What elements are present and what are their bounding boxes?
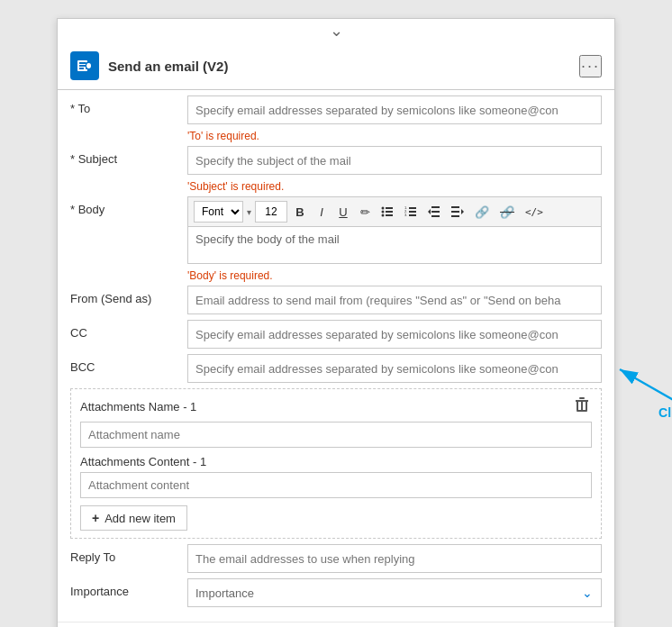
from-label: From (Send as) [70, 286, 187, 305]
attachment-name-input[interactable] [80, 422, 592, 448]
hide-advanced-row[interactable]: Hide advanced options ∧ [58, 622, 614, 627]
add-new-button[interactable]: + Add new item [80, 505, 187, 531]
card-title: Send an email (V2) [108, 59, 228, 74]
card-header: Send an email (V2) ··· [58, 42, 614, 90]
to-label: * To [70, 95, 187, 115]
from-row: From (Send as) [70, 286, 602, 314]
form-body: * To 'To' is required. * Subject 'Subjec… [58, 90, 614, 622]
body-editor: Font ▾ B I U ✏ 1.2.3. [187, 196, 602, 264]
indent-more-button[interactable] [448, 201, 468, 223]
body-error: 'Body' is required. [187, 269, 602, 282]
svg-rect-21 [431, 215, 440, 217]
svg-line-34 [620, 369, 672, 405]
font-select[interactable]: Font [194, 201, 243, 223]
svg-point-7 [382, 207, 385, 210]
svg-rect-32 [577, 410, 587, 412]
underline-button[interactable]: U [334, 201, 352, 223]
svg-rect-20 [431, 211, 440, 213]
svg-rect-4 [79, 68, 84, 69]
svg-rect-31 [581, 401, 583, 411]
body-content[interactable]: Specify the body of the mail [188, 227, 601, 263]
svg-marker-22 [428, 209, 431, 214]
attachment-content-input[interactable] [80, 472, 592, 498]
reply-to-row: Reply To [70, 544, 602, 573]
more-options-button[interactable]: ··· [579, 55, 602, 77]
code-button[interactable]: </> [522, 201, 547, 223]
body-toolbar: Font ▾ B I U ✏ 1.2.3. [188, 197, 601, 227]
svg-rect-10 [386, 211, 393, 213]
header-left: Send an email (V2) [70, 51, 228, 80]
attachments-section: Attachments Name - 1 Atta [70, 388, 602, 539]
bullet-list-button[interactable] [377, 201, 397, 223]
connector-arrow-top: ⌄ [58, 19, 614, 42]
to-error: 'To' is required. [187, 130, 602, 142]
subject-error: 'Subject' is required. [187, 180, 602, 193]
attachment-name-label: Attachments Name - 1 [80, 400, 196, 413]
importance-label: Importance [70, 578, 187, 598]
attachment-header: Attachments Name - 1 [80, 396, 592, 416]
unlink-button[interactable]: 🔗 [496, 201, 518, 223]
svg-rect-28 [579, 397, 585, 399]
reply-to-label: Reply To [70, 544, 187, 564]
svg-rect-24 [451, 211, 459, 213]
outlook-icon [70, 51, 99, 80]
svg-rect-12 [386, 214, 393, 216]
svg-rect-25 [451, 215, 459, 217]
attachment-content-label: Attachments Content - 1 [80, 455, 592, 468]
cc-label: CC [70, 320, 187, 340]
svg-point-6 [86, 63, 91, 68]
subject-input[interactable] [187, 146, 602, 175]
cc-input[interactable] [187, 320, 602, 349]
svg-marker-26 [461, 209, 464, 214]
bcc-label: BCC [70, 354, 187, 374]
from-input[interactable] [187, 286, 602, 314]
cc-row: CC [70, 320, 602, 349]
importance-wrapper: Importance Low Normal High ⌄ [187, 578, 602, 607]
svg-rect-14 [409, 207, 416, 209]
importance-select[interactable]: Importance Low Normal High [187, 578, 602, 607]
svg-rect-29 [577, 401, 578, 411]
bcc-input[interactable] [187, 354, 602, 383]
add-icon: + [92, 511, 99, 525]
bold-button[interactable]: B [291, 201, 309, 223]
svg-rect-16 [409, 211, 416, 213]
highlight-button[interactable]: ✏ [356, 201, 374, 223]
italic-button[interactable]: I [313, 201, 331, 223]
svg-point-9 [382, 211, 385, 214]
numbered-list-button[interactable]: 1.2.3. [401, 201, 421, 223]
bcc-row: BCC [70, 354, 602, 383]
svg-point-11 [382, 214, 385, 217]
font-size-input[interactable] [255, 201, 287, 223]
svg-rect-30 [586, 401, 587, 411]
importance-row: Importance Importance Low Normal High ⌄ [70, 578, 602, 607]
reply-to-input[interactable] [187, 544, 602, 573]
attachment-delete-button[interactable] [572, 396, 592, 416]
svg-rect-8 [386, 207, 393, 209]
svg-rect-23 [451, 206, 459, 208]
svg-text:3.: 3. [404, 213, 407, 217]
toolbar-chevron: ▾ [247, 207, 251, 217]
svg-rect-2 [79, 62, 86, 64]
link-button[interactable]: 🔗 [471, 201, 493, 223]
body-row: * Body Font ▾ B I U ✏ [70, 196, 602, 264]
subject-label: * Subject [70, 146, 187, 166]
subject-row: * Subject [70, 146, 602, 175]
to-row: * To [70, 95, 602, 124]
svg-rect-19 [431, 206, 440, 208]
svg-rect-18 [409, 214, 416, 216]
body-label: * Body [70, 196, 187, 216]
to-input[interactable] [187, 95, 602, 124]
indent-less-button[interactable] [424, 201, 444, 223]
svg-rect-3 [79, 65, 86, 67]
add-new-label: Add new item [104, 512, 176, 525]
email-form-card: ⌄ Send an email (V2) ··· [57, 18, 615, 627]
